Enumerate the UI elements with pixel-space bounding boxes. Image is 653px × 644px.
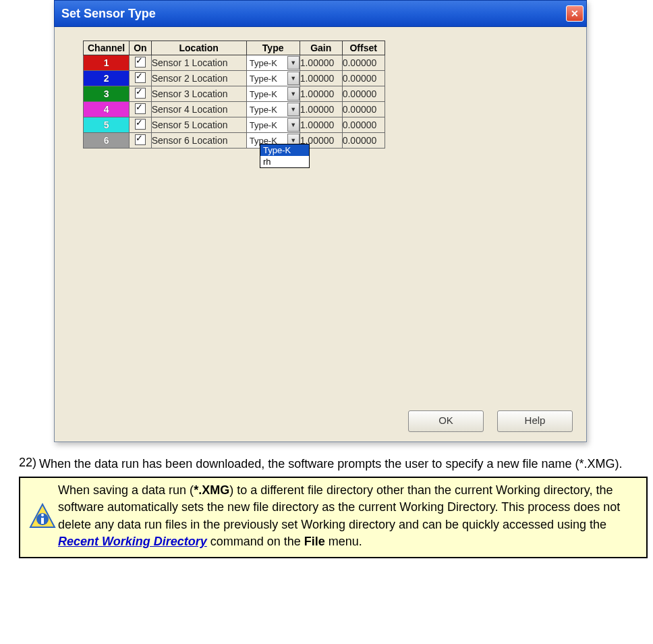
channel-cell: 1 — [84, 55, 130, 71]
sensor-table: Channel On Location Type Gain Offset 1Se… — [83, 41, 385, 149]
step-number: 22) — [19, 456, 39, 473]
gain-cell[interactable]: 1.00000 — [300, 71, 342, 86]
col-type: Type — [246, 41, 300, 55]
on-cell — [130, 71, 151, 86]
on-checkbox[interactable] — [135, 103, 146, 114]
on-cell — [130, 117, 151, 133]
table-row: 5Sensor 5 LocationType-K▼1.000000.00000 — [84, 117, 385, 133]
note-ext: *.XMG — [194, 483, 229, 497]
type-cell: Type-K▼ — [246, 117, 300, 133]
note-text: When saving a data run (*.XMG) to a diff… — [58, 482, 640, 550]
on-checkbox[interactable] — [135, 72, 146, 83]
on-checkbox[interactable] — [135, 88, 146, 99]
offset-cell[interactable]: 0.00000 — [342, 55, 385, 71]
type-dropdown-button[interactable]: ▼ — [287, 103, 300, 116]
location-cell[interactable]: Sensor 3 Location — [151, 86, 246, 102]
on-checkbox[interactable] — [135, 134, 146, 145]
offset-cell[interactable]: 0.00000 — [342, 117, 385, 133]
on-checkbox[interactable] — [135, 119, 146, 130]
col-channel: Channel — [84, 41, 130, 55]
location-cell[interactable]: Sensor 4 Location — [151, 102, 246, 117]
type-cell: Type-K▼ — [246, 86, 300, 102]
location-cell[interactable]: Sensor 5 Location — [151, 117, 246, 133]
table-row: 6Sensor 6 LocationType-K▼1.000000.00000 — [84, 133, 385, 149]
type-dropdown-button[interactable]: ▼ — [287, 72, 300, 85]
table-row: 2Sensor 2 LocationType-K▼1.000000.00000 — [84, 71, 385, 86]
dialog-titlebar: Set Sensor Type ✕ — [54, 0, 587, 27]
channel-cell: 4 — [84, 102, 130, 117]
type-value: Type-K — [250, 120, 277, 130]
channel-cell: 2 — [84, 71, 130, 86]
table-row: 3Sensor 3 LocationType-K▼1.000000.00000 — [84, 86, 385, 102]
svg-rect-3 — [41, 518, 44, 524]
type-dropdown-button[interactable]: ▼ — [287, 56, 300, 70]
recent-working-directory-link[interactable]: Recent Working Directory — [58, 535, 207, 548]
offset-cell[interactable]: 0.00000 — [342, 86, 385, 102]
offset-cell[interactable]: 0.00000 — [342, 102, 385, 117]
info-note: When saving a data run (*.XMG) to a diff… — [19, 477, 648, 558]
type-dropdown-button[interactable]: ▼ — [287, 87, 300, 101]
type-value: Type-K — [250, 58, 277, 68]
type-value: Type-K — [250, 105, 277, 115]
type-cell: Type-K▼ — [246, 71, 300, 86]
on-cell — [130, 55, 151, 71]
gain-cell[interactable]: 1.00000 — [300, 55, 342, 71]
step-22: 22) When the data run has been downloade… — [19, 456, 648, 473]
channel-cell: 3 — [84, 86, 130, 102]
set-sensor-type-dialog: Set Sensor Type ✕ Channel On Location Ty… — [54, 0, 587, 442]
col-offset: Offset — [342, 41, 385, 55]
help-button[interactable]: Help — [497, 410, 573, 432]
step-text: When the data run has been downloaded, t… — [39, 456, 648, 473]
type-cell: Type-K▼ — [246, 55, 300, 71]
type-option-rh[interactable]: rh — [260, 156, 309, 167]
type-value: Type-K — [250, 89, 277, 99]
on-cell — [130, 133, 151, 149]
gain-cell[interactable]: 1.00000 — [300, 102, 342, 117]
col-on: On — [130, 41, 151, 55]
gain-cell[interactable]: 1.00000 — [300, 86, 342, 102]
on-cell — [130, 86, 151, 102]
close-icon: ✕ — [571, 8, 579, 19]
offset-cell[interactable]: 0.00000 — [342, 71, 385, 86]
table-row: 1Sensor 1 LocationType-K▼1.000000.00000 — [84, 55, 385, 71]
col-location: Location — [151, 41, 246, 55]
on-cell — [130, 102, 151, 117]
location-cell[interactable]: Sensor 1 Location — [151, 55, 246, 71]
channel-cell: 5 — [84, 117, 130, 133]
svg-point-2 — [41, 514, 44, 516]
type-dropdown-button[interactable]: ▼ — [287, 118, 300, 132]
info-icon — [27, 482, 58, 550]
table-row: 4Sensor 4 LocationType-K▼1.000000.00000 — [84, 102, 385, 117]
type-dropdown-list[interactable]: Type-K rh — [260, 144, 310, 168]
type-option-type-k[interactable]: Type-K — [260, 144, 309, 156]
type-cell: Type-K▼ — [246, 102, 300, 117]
file-menu-ref: File — [304, 535, 325, 548]
dialog-title: Set Sensor Type — [61, 7, 156, 21]
location-cell[interactable]: Sensor 2 Location — [151, 71, 246, 86]
dialog-body: Channel On Location Type Gain Offset 1Se… — [54, 27, 587, 442]
location-cell[interactable]: Sensor 6 Location — [151, 133, 246, 149]
col-gain: Gain — [300, 41, 342, 55]
channel-cell: 6 — [84, 133, 130, 149]
close-button[interactable]: ✕ — [566, 5, 584, 22]
ok-button[interactable]: OK — [408, 410, 484, 432]
on-checkbox[interactable] — [135, 57, 146, 68]
offset-cell[interactable]: 0.00000 — [342, 133, 385, 149]
type-value: Type-K — [250, 74, 277, 84]
gain-cell[interactable]: 1.00000 — [300, 117, 342, 133]
